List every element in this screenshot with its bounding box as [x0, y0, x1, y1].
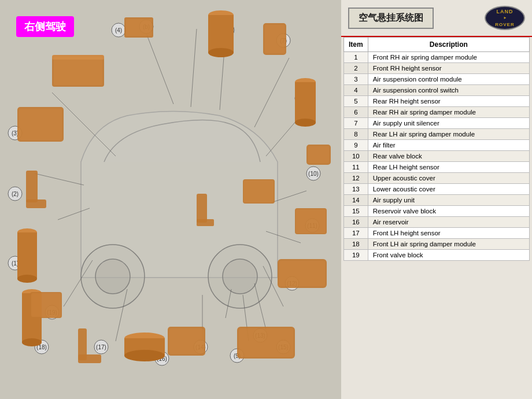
table-row: 10Rear valve block — [344, 151, 530, 162]
logo-arrow: ‣ — [503, 14, 507, 22]
item-number: 11 — [344, 162, 368, 173]
table-row: 19Front valve block — [344, 250, 530, 261]
svg-rect-78 — [279, 261, 325, 286]
svg-point-90 — [22, 338, 42, 346]
item-description: Upper acoustic cover — [368, 173, 529, 184]
item-description: Front RH air spring damper module — [368, 52, 529, 63]
item-description: Lower acoustic cover — [368, 184, 529, 195]
item-number: 8 — [344, 129, 368, 140]
table-row: 15Reservoir valve block — [344, 206, 530, 217]
svg-point-67 — [208, 48, 234, 57]
svg-rect-101 — [197, 219, 214, 226]
item-description: Front LH height sensor — [368, 228, 529, 239]
svg-text:(2): (2) — [12, 191, 19, 197]
land-rover-logo: LAND ‣ ROVER — [485, 6, 525, 30]
svg-rect-96 — [26, 200, 46, 208]
svg-text:(17): (17) — [96, 344, 106, 350]
svg-point-4 — [223, 259, 257, 294]
item-description: Air filter — [368, 140, 529, 151]
item-number: 17 — [344, 228, 368, 239]
item-description: Rear valve block — [368, 151, 529, 162]
item-number: 4 — [344, 85, 368, 96]
svg-rect-74 — [308, 146, 329, 163]
svg-rect-87 — [78, 354, 101, 363]
logo-land: LAND — [497, 9, 513, 14]
svg-rect-94 — [19, 109, 62, 140]
item-description: Front valve block — [368, 250, 529, 261]
item-number: 15 — [344, 206, 368, 217]
item-description: Air supply unit — [368, 195, 529, 206]
svg-point-85 — [124, 350, 165, 361]
table-row: 16Air reservoir — [344, 217, 530, 228]
item-number: 6 — [344, 107, 368, 118]
item-description: Air reservoir — [368, 217, 529, 228]
item-number: 18 — [344, 239, 368, 250]
item-number: 14 — [344, 195, 368, 206]
item-number: 3 — [344, 74, 368, 85]
svg-text:(10): (10) — [308, 171, 319, 177]
right-driving-badge: 右侧驾驶 — [16, 16, 74, 37]
table-row: 18Front LH air spring damper module — [344, 239, 530, 250]
svg-point-3 — [95, 259, 130, 294]
item-description: Front RH height sensor — [368, 63, 529, 74]
col-item-header: Item — [344, 38, 368, 52]
item-description: Air supply unit silencer — [368, 118, 529, 129]
table-row: 14Air supply unit — [344, 195, 530, 206]
table-row: 5Rear RH height sensor — [344, 96, 530, 107]
item-number: 19 — [344, 250, 368, 261]
item-number: 16 — [344, 217, 368, 228]
svg-point-72 — [295, 119, 316, 127]
item-description: Rear RH height sensor — [368, 96, 529, 107]
item-number: 13 — [344, 184, 368, 195]
left-panel: 右侧驾驶 — [0, 0, 341, 399]
right-panel: 空气悬挂系统图 LAND ‣ ROVER Item Description 1F… — [341, 0, 532, 399]
table-row: 12Upper acoustic cover — [344, 173, 530, 184]
item-number: 2 — [344, 63, 368, 74]
item-description: Rear LH air spring damper module — [368, 129, 529, 140]
svg-rect-100 — [197, 194, 207, 223]
table-row: 8Rear LH air spring damper module — [344, 129, 530, 140]
svg-rect-62 — [52, 55, 104, 60]
car-diagram-svg: (4) (6) (7) (8) (10) (11) (12) (13) (14)… — [0, 0, 341, 399]
table-row: 3Air suspension control module — [344, 74, 530, 85]
item-description: Air suspension control module — [368, 74, 529, 85]
table-row: 13Lower acoustic cover — [344, 184, 530, 195]
logo-rover: ROVER — [495, 22, 514, 27]
table-row: 17Front LH height sensor — [344, 228, 530, 239]
table-row: 9Air filter — [344, 140, 530, 151]
svg-rect-95 — [26, 171, 38, 202]
brand-logo: LAND ‣ ROVER — [485, 6, 525, 30]
svg-point-99 — [17, 275, 37, 283]
svg-rect-66 — [208, 15, 234, 53]
table-row: 11Rear LH height sensor — [344, 162, 530, 173]
item-number: 10 — [344, 151, 368, 162]
table-row: 7Air supply unit silencer — [344, 118, 530, 129]
item-description: Air suspension control switch — [368, 85, 529, 96]
item-description: Rear RH air spring damper module — [368, 107, 529, 118]
item-number: 9 — [344, 140, 368, 151]
diagram-title: 空气悬挂系统图 — [348, 8, 434, 29]
svg-rect-92 — [31, 293, 61, 317]
right-header: 空气悬挂系统图 LAND ‣ ROVER — [341, 0, 532, 37]
item-number: 1 — [344, 52, 368, 63]
svg-text:(4): (4) — [115, 27, 122, 34]
table-row: 2Front RH height sensor — [344, 63, 530, 74]
svg-rect-103 — [244, 180, 274, 202]
svg-rect-71 — [295, 82, 316, 123]
col-desc-header: Description — [368, 38, 529, 52]
table-row: 4Air suspension control switch — [344, 85, 530, 96]
svg-rect-64 — [126, 19, 152, 36]
svg-rect-76 — [296, 209, 326, 233]
svg-rect-80 — [239, 328, 293, 357]
svg-rect-98 — [17, 232, 37, 279]
item-number: 7 — [344, 118, 368, 129]
table-row: 6Rear RH air spring damper module — [344, 107, 530, 118]
svg-rect-82 — [169, 328, 204, 354]
table-row: 1Front RH air spring damper module — [344, 52, 530, 63]
svg-rect-69 — [265, 25, 285, 53]
item-description: Front LH air spring damper module — [368, 239, 529, 250]
svg-rect-61 — [54, 57, 102, 85]
item-description: Reservoir valve block — [368, 206, 529, 217]
item-number: 5 — [344, 96, 368, 107]
item-number: 12 — [344, 173, 368, 184]
